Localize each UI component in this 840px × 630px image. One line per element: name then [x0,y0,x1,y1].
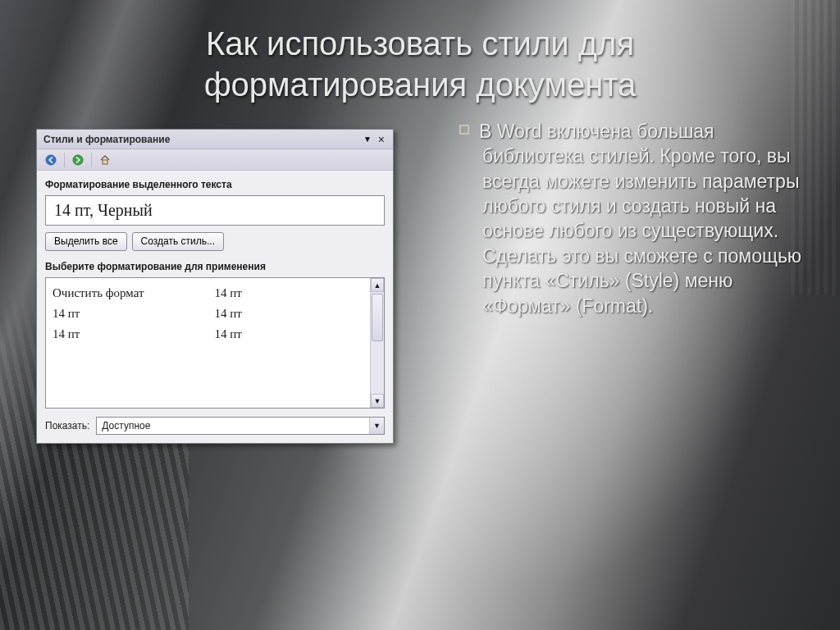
section-label-apply: Выберите форматирование для применения [45,261,385,272]
pane-content: Форматирование выделенного текста 14 пт,… [37,171,393,443]
svg-point-1 [73,155,83,165]
scroll-thumb[interactable] [372,294,383,341]
format-list-col2: 14 пт 14 пт 14 пт [208,278,371,408]
svg-rect-2 [103,160,107,164]
current-format-display[interactable]: 14 пт, Черный [45,195,385,226]
body-paragraph: В Word включена большая библиотека стиле… [479,121,801,317]
list-item[interactable]: 14 пт [52,304,202,324]
slide-title: Как использовать стили для форматировани… [0,23,840,105]
nav-home-button[interactable] [96,152,114,168]
button-row: Выделить все Создать стиль... [45,232,385,251]
show-combobox[interactable]: Доступное ▼ [96,417,385,435]
list-item[interactable]: Очистить формат [52,283,202,304]
format-list[interactable]: Очистить формат 14 пт 14 пт 14 пт 14 пт … [45,277,385,409]
pane-title: Стили и форматирование [43,134,360,145]
svg-point-0 [46,155,56,165]
list-item[interactable]: 14 пт [215,304,364,324]
list-item[interactable]: 14 пт [215,324,364,345]
pane-menu-dropdown[interactable]: ▼ [360,133,375,145]
scroll-up-icon[interactable]: ▲ [371,278,384,292]
styles-pane: Стили и форматирование ▼ × Форматировани… [36,129,394,444]
show-row: Показать: Доступное ▼ [45,417,385,435]
section-label-current: Форматирование выделенного текста [45,179,385,190]
vertical-scrollbar[interactable]: ▲ ▼ [370,278,384,408]
list-item[interactable]: 14 пт [52,324,202,345]
select-all-button[interactable]: Выделить все [45,232,127,251]
pane-titlebar: Стили и форматирование ▼ × [37,130,393,149]
scroll-down-icon[interactable]: ▼ [371,394,384,408]
create-style-button[interactable]: Создать стиль... [132,232,224,251]
nav-separator [91,153,92,167]
nav-forward-button[interactable] [69,152,87,168]
show-value: Доступное [102,420,369,431]
list-item[interactable]: 14 пт [215,283,364,304]
nav-separator [64,153,65,167]
slide-body: В Word включена большая библиотека стиле… [459,119,812,318]
close-icon[interactable]: × [375,133,388,146]
show-label: Показать: [45,420,89,431]
slide: Как использовать стили для форматировани… [0,0,840,630]
bullet-icon [459,125,469,135]
pane-navbar [37,149,393,171]
nav-back-button[interactable] [42,152,60,168]
format-list-col1: Очистить формат 14 пт 14 пт [46,278,208,408]
scroll-track[interactable] [371,292,384,394]
chevron-down-icon[interactable]: ▼ [369,418,384,434]
